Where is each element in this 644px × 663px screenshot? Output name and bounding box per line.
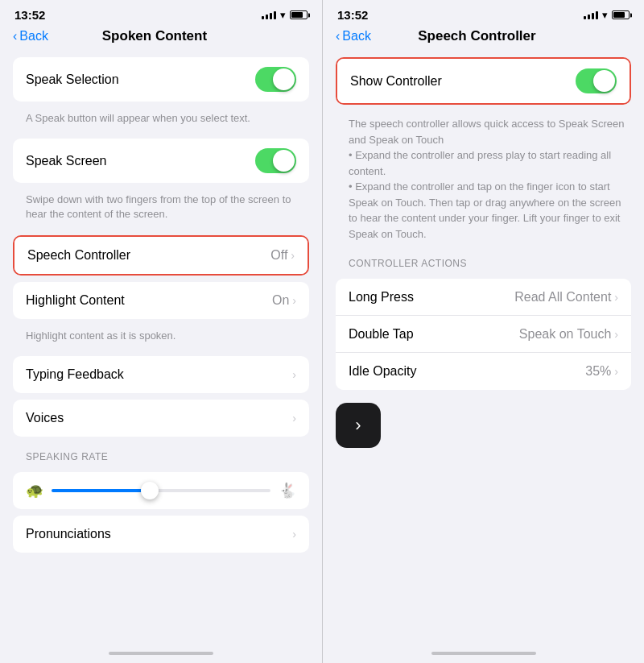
slider-row: 🐢 🐇 bbox=[13, 472, 309, 509]
speech-controller-label: Speech Controller bbox=[27, 248, 270, 263]
signal-icon bbox=[262, 11, 276, 19]
speak-selection-row[interactable]: Speak Selection bbox=[13, 57, 309, 102]
speech-controller-group: Speech Controller Off › bbox=[13, 235, 309, 276]
idle-opacity-row[interactable]: Idle Opacity 35% › bbox=[336, 353, 631, 390]
battery-fill bbox=[291, 12, 303, 18]
home-indicator-right bbox=[323, 647, 644, 663]
speaking-rate-section-label: SPEAKING RATE bbox=[0, 443, 322, 466]
voices-chevron: › bbox=[292, 412, 296, 425]
voices-row[interactable]: Voices › bbox=[13, 400, 309, 437]
speak-screen-toggle[interactable] bbox=[255, 148, 296, 173]
bar2r bbox=[588, 15, 590, 19]
controller-btn-arrow-icon: › bbox=[355, 415, 361, 436]
show-controller-label: Show Controller bbox=[350, 74, 576, 89]
highlight-content-group: Highlight Content On › bbox=[13, 282, 309, 319]
controller-actions-group: Long Press Read All Content › Double Tap… bbox=[336, 279, 631, 390]
long-press-label: Long Press bbox=[349, 290, 514, 305]
home-indicator-left bbox=[0, 647, 322, 663]
highlight-content-chevron: › bbox=[292, 294, 296, 307]
page-title-right: Speech Controller bbox=[323, 28, 631, 44]
bar3r bbox=[592, 13, 594, 19]
speak-screen-group: Speak Screen bbox=[13, 139, 309, 183]
idle-opacity-value: 35% bbox=[585, 364, 611, 379]
voices-group: Voices › bbox=[13, 400, 309, 437]
scroll-content-right: Show Controller The speech controller al… bbox=[323, 51, 644, 647]
status-icons-left: ▾ bbox=[262, 9, 308, 21]
home-bar-right bbox=[431, 652, 536, 655]
typing-feedback-group: Typing Feedback › bbox=[13, 356, 309, 393]
right-panel: 13:52 ▾ ‹ Back Speech Controller Show C bbox=[322, 0, 644, 663]
long-press-row[interactable]: Long Press Read All Content › bbox=[336, 279, 631, 316]
home-bar-left bbox=[109, 652, 213, 655]
controller-float-button[interactable]: › bbox=[336, 403, 381, 448]
pronunciations-row[interactable]: Pronunciations › bbox=[13, 516, 309, 553]
scroll-content-left: Speak Selection A Speak button will appe… bbox=[0, 51, 322, 647]
speak-selection-group: Speak Selection bbox=[13, 57, 309, 102]
status-time-right: 13:52 bbox=[337, 8, 368, 22]
bar4r bbox=[596, 11, 598, 19]
double-tap-chevron: › bbox=[614, 328, 618, 341]
bar1 bbox=[262, 16, 264, 19]
battery-icon-right bbox=[612, 10, 630, 19]
voices-label: Voices bbox=[26, 411, 292, 425]
controller-actions-label: CONTROLLER ACTIONS bbox=[323, 250, 644, 272]
slider-section: 🐢 🐇 bbox=[13, 472, 309, 509]
speech-controller-value: Off bbox=[270, 248, 287, 263]
speak-screen-label: Speak Screen bbox=[26, 154, 255, 168]
left-panel: 13:52 ▾ ‹ Back Spoken Content Speak Sel bbox=[0, 0, 322, 663]
status-bar-right: 13:52 ▾ bbox=[323, 0, 644, 25]
show-controller-group: Show Controller bbox=[336, 57, 631, 105]
idle-opacity-chevron: › bbox=[614, 365, 618, 378]
speak-selection-label: Speak Selection bbox=[26, 73, 255, 87]
typing-feedback-row[interactable]: Typing Feedback › bbox=[13, 356, 309, 393]
pronunciations-chevron: › bbox=[292, 528, 296, 541]
bar3 bbox=[270, 13, 272, 19]
speech-controller-chevron: › bbox=[291, 249, 295, 262]
slider-fill bbox=[52, 489, 150, 492]
speak-screen-desc: Swipe down with two fingers from the top… bbox=[0, 189, 322, 228]
bar1r bbox=[584, 16, 586, 19]
long-press-value: Read All Content bbox=[514, 290, 611, 305]
speak-screen-row[interactable]: Speak Screen bbox=[13, 139, 309, 183]
bar4 bbox=[274, 11, 276, 19]
double-tap-label: Double Tap bbox=[349, 327, 519, 342]
status-icons-right: ▾ bbox=[584, 9, 630, 21]
show-controller-toggle[interactable] bbox=[576, 68, 617, 93]
page-title-left: Spoken Content bbox=[0, 28, 309, 44]
speech-controller-info: The speech controller allows quick acces… bbox=[323, 111, 644, 250]
typing-feedback-chevron: › bbox=[292, 368, 296, 381]
typing-feedback-label: Typing Feedback bbox=[26, 367, 292, 382]
battery-icon bbox=[290, 10, 308, 19]
idle-opacity-label: Idle Opacity bbox=[349, 364, 585, 379]
highlight-content-label: Highlight Content bbox=[26, 293, 272, 308]
show-controller-row[interactable]: Show Controller bbox=[337, 59, 630, 103]
wifi-icon-right: ▾ bbox=[602, 9, 608, 21]
double-tap-value: Speak on Touch bbox=[519, 327, 611, 342]
bar2 bbox=[266, 15, 268, 19]
double-tap-row[interactable]: Double Tap Speak on Touch › bbox=[336, 316, 631, 353]
signal-icon-right bbox=[584, 11, 598, 19]
status-time-left: 13:52 bbox=[14, 8, 45, 22]
highlight-content-desc: Highlight content as it is spoken. bbox=[0, 325, 322, 350]
fast-speed-icon: 🐇 bbox=[279, 482, 296, 499]
highlight-content-value: On bbox=[272, 293, 289, 308]
nav-bar-left: ‹ Back Spoken Content bbox=[0, 25, 322, 51]
nav-bar-right: ‹ Back Speech Controller bbox=[323, 25, 644, 51]
long-press-chevron: › bbox=[614, 291, 618, 304]
status-bar-left: 13:52 ▾ bbox=[0, 0, 322, 25]
slider-thumb[interactable] bbox=[141, 482, 159, 499]
speak-selection-toggle[interactable] bbox=[255, 67, 296, 92]
speak-selection-desc: A Speak button will appear when you sele… bbox=[0, 108, 322, 132]
pronunciations-label: Pronunciations bbox=[26, 527, 292, 541]
battery-fill-right bbox=[613, 12, 625, 18]
pronunciations-group: Pronunciations › bbox=[13, 516, 309, 553]
highlight-content-row[interactable]: Highlight Content On › bbox=[13, 282, 309, 319]
speech-controller-row[interactable]: Speech Controller Off › bbox=[14, 237, 308, 274]
info-text-content: The speech controller allows quick acces… bbox=[349, 118, 625, 240]
wifi-icon: ▾ bbox=[280, 9, 286, 21]
slider-track[interactable] bbox=[52, 489, 270, 492]
slow-speed-icon: 🐢 bbox=[26, 482, 43, 499]
